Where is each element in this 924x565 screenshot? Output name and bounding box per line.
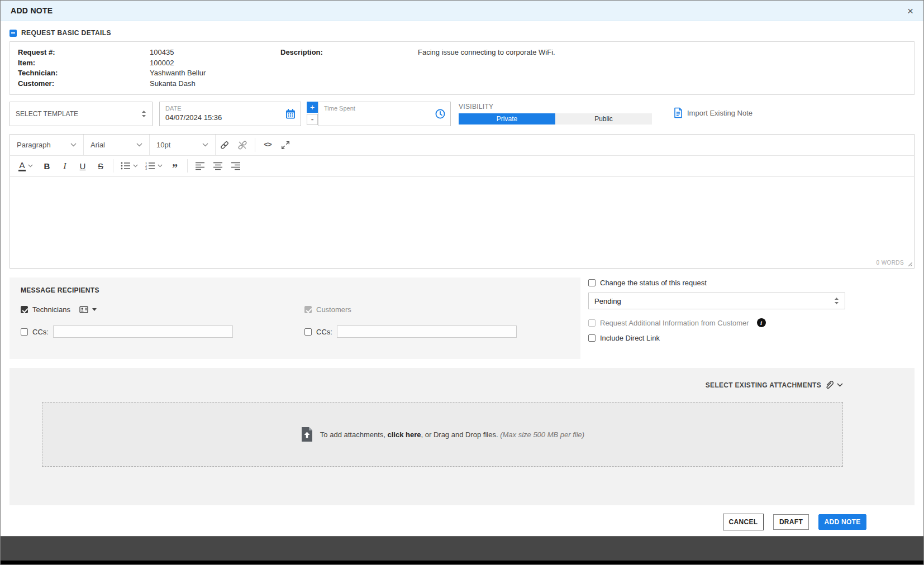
item-value: 100002 [150,58,174,69]
visibility-public-option[interactable]: Public [555,113,652,125]
font-size-dropdown[interactable]: 10pt [150,135,216,155]
draft-button[interactable]: DRAFT [773,514,809,530]
toolbar-separator [113,159,113,173]
close-icon[interactable]: × [907,6,913,16]
status-panel: Change the status of this request Pendin… [588,277,915,359]
cancel-button[interactable]: CANCEL [723,514,764,530]
customer-ccs-input[interactable] [337,325,517,338]
technician-label: Technician: [18,68,150,79]
code-view-button[interactable]: <> [259,135,277,155]
customers-label: Customers [316,305,351,314]
change-status-checkbox[interactable] [588,279,596,286]
time-spent-field[interactable]: Time Spent [318,102,451,126]
include-direct-link-label: Include Direct Link [600,334,660,342]
import-existing-note-button[interactable]: Import Existing Note [673,107,752,118]
modal-body: REQUEST BASIC DETAILS Request #: 100435 … [1,21,923,505]
description-value: Facing issue connecting to corporate WiF… [418,47,555,89]
status-select-value: Pending [594,297,621,305]
blockquote-button[interactable]: ” [166,156,184,176]
details-right-column: Description: Facing issue connecting to … [280,47,555,89]
clock-icon[interactable] [435,108,446,119]
code-icon: <> [264,141,272,149]
bold-button[interactable]: B [38,156,56,176]
background-page-strip [1,536,923,565]
request-additional-info-checkbox[interactable] [588,319,596,327]
add-note-modal: ADD NOTE × REQUEST BASIC DETAILS Request… [1,1,923,536]
customer-label: Customer: [18,79,150,89]
bullet-list-icon [121,162,131,170]
technician-ccs-checkbox[interactable] [21,328,28,336]
upload-file-icon [301,427,313,442]
stepper-icon [834,297,839,305]
date-field[interactable]: DATE 04/07/2024 15:36 [159,102,301,126]
bullet-list-button[interactable] [117,156,141,176]
technicians-label: Technicians [32,305,70,314]
align-right-button[interactable] [227,156,245,176]
align-right-icon [231,162,241,170]
expand-icon [280,140,290,150]
select-template-dropdown[interactable]: SELECT TEMPLATE [9,102,153,126]
align-center-button[interactable] [209,156,227,176]
resize-handle-icon[interactable] [907,261,912,266]
unlink-icon [237,140,248,151]
technician-value: Yashwanth Bellur [150,68,206,79]
strikethrough-button[interactable]: S [92,156,109,176]
click-here-link[interactable]: click here [388,430,421,439]
align-left-button[interactable] [191,156,209,176]
time-spent-label: Time Spent [324,105,430,112]
fullscreen-button[interactable] [277,135,294,155]
technician-ccs-input[interactable] [53,325,233,338]
modal-header: ADD NOTE × [1,1,923,21]
collapse-section-icon[interactable] [9,30,17,37]
font-color-button[interactable]: A [13,156,38,176]
status-select-dropdown[interactable]: Pending [588,293,845,309]
chevron-down-icon [133,164,138,167]
include-direct-link-checkbox[interactable] [588,334,596,342]
font-family-dropdown[interactable]: Arial [84,135,150,155]
note-text-area[interactable] [10,176,914,257]
import-existing-note-label: Import Existing Note [687,109,752,117]
customer-value: Sukanta Dash [150,79,196,89]
request-additional-info-row: Request Additional Information from Cust… [588,318,915,327]
chevron-down-icon [28,164,33,167]
visibility-label: VISIBILITY [459,103,652,111]
time-spent-group: + - Time Spent [307,102,451,126]
link-icon [219,140,230,151]
align-center-icon [213,162,223,170]
customers-checkbox[interactable] [304,306,312,313]
select-existing-attachments-label: SELECT EXISTING ATTACHMENTS [706,381,821,389]
middle-row: MESSAGE RECIPIENTS Technicians [9,277,915,359]
visibility-private-option[interactable]: Private [459,113,555,125]
svg-text:3: 3 [145,167,147,170]
select-technician-groups-button[interactable] [79,306,97,314]
remove-link-button[interactable] [234,135,251,155]
controls-row: SELECT TEMPLATE DATE 04/07/2024 15:36 [9,102,915,126]
attachment-dropzone[interactable]: To add attachments, click here, or Drag … [42,402,843,467]
detail-row: Item: 100002 [18,58,280,69]
message-recipients-title: MESSAGE RECIPIENTS [21,286,569,294]
select-existing-attachments-button[interactable]: SELECT EXISTING ATTACHMENTS [23,380,843,390]
attachments-section: SELECT EXISTING ATTACHMENTS To add attac… [9,368,915,505]
paragraph-format-dropdown[interactable]: Paragraph [10,135,84,155]
numbered-list-button[interactable]: 123 [141,156,166,176]
info-icon[interactable]: i [757,318,766,327]
add-note-button[interactable]: ADD NOTE [818,514,866,530]
editor-status-bar: 0 WORDS [10,257,914,268]
date-label: DATE [165,105,280,112]
time-spent-decrease-button[interactable]: - [307,114,318,125]
technicians-checkbox[interactable] [21,306,28,313]
change-status-row: Change the status of this request [588,279,915,287]
customer-ccs-label: CCs: [316,328,332,336]
calendar-icon[interactable] [285,108,296,119]
insert-link-button[interactable] [216,135,234,155]
quote-icon: ” [172,158,178,174]
time-spent-increase-button[interactable]: + [307,102,318,113]
italic-button[interactable]: I [56,156,74,176]
chevron-down-icon [837,383,843,387]
customer-ccs-row: CCs: [304,325,569,338]
font-size-value: 10pt [156,141,170,149]
editor-toolbar-row-2: A B I U S [10,156,914,176]
customer-ccs-checkbox[interactable] [304,328,312,336]
underline-button[interactable]: U [74,156,92,176]
numbered-list-icon: 123 [145,162,155,170]
